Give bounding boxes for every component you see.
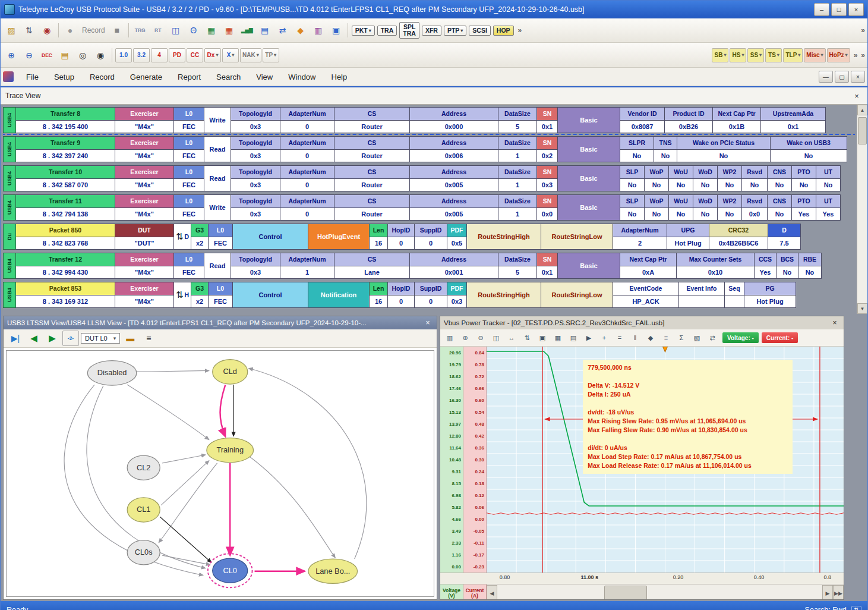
view-button-spl-tra[interactable]: SPL TRA (399, 22, 419, 39)
mdi-close-button[interactable]: × (851, 71, 865, 83)
grid-icon[interactable]: ▦ (551, 331, 565, 344)
ltssm-state-training[interactable]: Training (207, 438, 254, 463)
navigator-icon[interactable]: ◆ (292, 23, 309, 38)
trace-row[interactable]: USB4Transfer 88 . 342 195 400Exerciser"M… (3, 107, 855, 133)
scroll-thumb[interactable] (858, 117, 867, 144)
vbus-close-icon[interactable]: × (829, 319, 840, 327)
view-button-ptp[interactable]: PTP▾ (444, 26, 466, 36)
view-button-scsi[interactable]: SCSI (469, 26, 491, 36)
hide-badge-ts[interactable]: TS (765, 48, 782, 62)
step-back-icon[interactable]: ◀ (26, 331, 42, 346)
toolbar-overflow-icon[interactable]: » (861, 26, 865, 34)
trace-row[interactable]: USB4Transfer 108 . 342 587 070Exerciser"… (3, 165, 855, 191)
maximize-button[interactable]: □ (831, 3, 847, 16)
hide-badge-tlp[interactable]: TLP (783, 48, 803, 62)
hide-badge-hs[interactable]: HS (730, 48, 746, 62)
waveform-plot[interactable]: 779,500,000 ns Delta V: -14.512 VDelta I… (487, 347, 844, 573)
ltssm-close-icon[interactable]: × (422, 319, 433, 327)
realtime-icon[interactable]: RT (150, 23, 166, 38)
find-icon[interactable]: ◎ (74, 48, 91, 63)
zoom-in-icon[interactable]: ⊕ (3, 48, 20, 63)
decode-badge-nak[interactable]: NAK (240, 48, 261, 62)
timing-window-icon[interactable]: ◫ (168, 23, 184, 38)
h-cursor-icon[interactable]: = (613, 331, 627, 344)
toolbar-overflow-icon[interactable]: » (854, 51, 858, 59)
save-chart-icon[interactable]: ▥ (443, 331, 457, 344)
decode-badge-pd[interactable]: PD (169, 48, 185, 62)
trigger-icon[interactable]: TRG (132, 23, 149, 38)
data-report-icon[interactable]: ▤ (257, 23, 273, 38)
menu-view[interactable]: View (248, 70, 280, 84)
go-first-icon[interactable]: ▶| (7, 331, 24, 346)
zoom-in-icon[interactable]: ⊕ (458, 331, 472, 344)
trace-row[interactable]: USB4Packet 8538 . 343 169 312Exerciser"M… (3, 282, 855, 308)
find-next-icon[interactable]: ◉ (92, 48, 109, 63)
decode-badge-4[interactable]: 4 (151, 48, 168, 62)
ltssm-state-cl0s[interactable]: CL0s (127, 540, 160, 565)
menu-generate[interactable]: Generate (122, 70, 170, 84)
measure-icon[interactable]: Σ (674, 331, 689, 344)
titlebar[interactable]: Teledyne LeCroy USB Protocol Suite - USB… (1, 1, 867, 18)
decode-badge-3.2[interactable]: 3.2 (133, 48, 150, 62)
menu-report[interactable]: Report (170, 70, 209, 84)
vbus-horizontal-scrollbar[interactable]: ◀ ▶ ▶▶ (487, 584, 844, 599)
ltssm-titlebar[interactable]: USB3 LTSSM View/USB4 LLSM View - [TD 4.0… (4, 316, 437, 329)
menu-setup[interactable]: Setup (46, 70, 82, 84)
view-button-xfr[interactable]: XFR (422, 26, 441, 36)
fit-view-icon[interactable]: ▣ (535, 331, 550, 344)
connect-device-icon[interactable]: ⇅ (21, 23, 37, 38)
menu-window[interactable]: Window (280, 70, 323, 84)
ltssm-state-cld[interactable]: CLd (213, 360, 248, 384)
v-cursor-icon[interactable]: ‖ (628, 331, 642, 344)
ltssm-state-disabled[interactable]: Disabled (87, 361, 137, 385)
step-count-icon[interactable]: -2- (62, 331, 79, 346)
menu-search[interactable]: Search (209, 70, 248, 84)
mdi-minimize-button[interactable]: — (819, 71, 833, 83)
trace-close-icon[interactable]: × (851, 92, 863, 100)
pan-hand-icon[interactable]: + (597, 331, 611, 344)
traffic-summary-icon[interactable]: ▦ (203, 23, 220, 38)
expand-collapse-icon[interactable]: ▤ (56, 48, 73, 63)
zoom-window-icon[interactable]: ◫ (489, 331, 503, 344)
hide-badge-sb[interactable]: SB (712, 48, 728, 62)
trace-vertical-scrollbar[interactable]: ▲ ▼ (857, 105, 867, 314)
trace-row[interactable]: DuPacket 8508 . 342 823 768DUT"DUT"⇅DG3x… (3, 224, 855, 250)
decode-badge-1.0[interactable]: 1.0 (115, 48, 132, 62)
stop-record-icon[interactable]: ■ (109, 23, 125, 38)
decode-settings-icon[interactable]: DEC (39, 48, 55, 63)
toolbar-overflow-icon[interactable]: » (861, 51, 865, 59)
mdi-restore-button[interactable]: ▢ (835, 71, 849, 83)
hscroll-left-icon[interactable]: ◀ (487, 585, 497, 599)
cursor-arrow-icon[interactable]: ▶ (582, 331, 596, 344)
ltssm-state-cl2[interactable]: CL2 (127, 455, 160, 480)
zoom-y-icon[interactable]: ⇅ (520, 331, 534, 344)
spec-assist-icon[interactable]: ▥ (310, 23, 327, 38)
close-button[interactable]: × (848, 3, 864, 16)
zoom-out-icon[interactable]: ⊖ (21, 48, 37, 63)
view-button-pkt[interactable]: PKT▾ (352, 26, 375, 36)
hide-badge-misc[interactable]: Misc (804, 48, 825, 62)
decode-badge-tp[interactable]: TP (263, 48, 279, 62)
view-button-hop[interactable]: HOP (493, 26, 514, 36)
open-file-icon[interactable]: ▨ (3, 23, 20, 38)
record-status-icon[interactable]: ● (62, 23, 78, 38)
analyzer-window-icon[interactable]: ▣ (328, 23, 345, 38)
stats-icon[interactable]: ▧ (690, 331, 704, 344)
recording-options-icon[interactable]: ◉ (39, 23, 55, 38)
toolbar-overflow-icon[interactable]: » (518, 26, 522, 34)
hscroll-right-icon[interactable]: ▶ (822, 585, 833, 599)
hide-badge-ss[interactable]: SS (747, 48, 764, 62)
hide-badge-hopz[interactable]: HoPz (827, 48, 850, 62)
bus-utilization-icon[interactable]: ▂▅▇ (239, 23, 255, 38)
zoom-x-icon[interactable]: ↔ (504, 331, 519, 344)
zoom-out-icon[interactable]: ⊖ (474, 331, 488, 344)
scroll-down-icon[interactable]: ▼ (857, 303, 867, 314)
compare-icon[interactable]: ⇄ (274, 23, 291, 38)
ltssm-state-cl0[interactable]: CL0 (208, 554, 252, 587)
timing-calculator-icon[interactable]: Θ (185, 23, 202, 38)
ltssm-source-select[interactable]: DUT L0 (81, 333, 120, 344)
menu-record[interactable]: Record (82, 70, 122, 84)
menu-file[interactable]: File (18, 70, 46, 84)
layout-lines-icon[interactable]: ▬ (122, 331, 138, 346)
markers-icon[interactable]: ◆ (643, 331, 658, 344)
